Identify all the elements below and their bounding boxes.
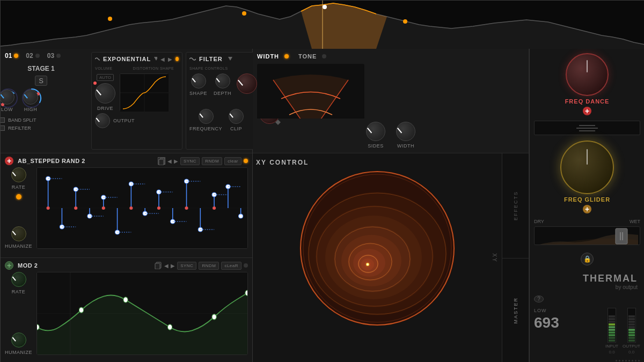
effects-tab[interactable]: EFFECTS	[502, 153, 529, 258]
svg-point-33	[46, 176, 50, 181]
width-toggle[interactable]: WIDTH	[257, 53, 279, 60]
mod1-rate-knob[interactable]	[11, 167, 26, 182]
eq-handle-1[interactable]	[108, 17, 112, 21]
stage-title: STAGE 1	[1, 65, 88, 72]
svg-point-41	[157, 190, 161, 194]
eq-slider-strip[interactable]	[534, 121, 640, 135]
shape-knob[interactable]	[191, 73, 206, 88]
mod2-rndm[interactable]: RNDM	[199, 262, 219, 270]
clip-knob[interactable]	[229, 109, 244, 124]
band-split-label: BAND SPLIT	[8, 117, 36, 123]
tone-led[interactable]	[322, 54, 326, 58]
output-label: OUTPUT	[113, 118, 135, 123]
svg-point-53	[185, 206, 188, 210]
svg-marker-12	[228, 57, 232, 61]
mod2-title: MOD 2	[18, 262, 38, 269]
tone-toggle[interactable]: TONE	[298, 53, 317, 60]
mod2-next[interactable]: ▶	[171, 263, 175, 269]
mod1-copy-icon[interactable]	[158, 157, 165, 165]
mod2-rate-label: RATE	[12, 289, 25, 294]
time-knob[interactable]	[237, 73, 257, 94]
depth-label: DEPTH	[214, 91, 231, 96]
freq-glider-label: FREQ GLIDER	[564, 196, 610, 203]
dist-shape-sub-label: DISTORTION SHAPE	[133, 67, 174, 70]
svg-point-52	[157, 206, 160, 210]
freq-dance-plus[interactable]: +	[583, 107, 591, 115]
mod1-humanize-knob[interactable]	[11, 226, 26, 241]
mod1-title: AB_STEPPED RAND 2	[18, 158, 85, 164]
exp-next-icon[interactable]: ▶	[168, 56, 172, 62]
input-meter	[608, 308, 616, 343]
depth-knob[interactable]	[215, 73, 230, 88]
svg-marker-8	[154, 57, 157, 61]
mod2-prev[interactable]: ◀	[164, 263, 169, 269]
eq-handle-2[interactable]	[242, 11, 246, 16]
input-level: 0.0	[609, 350, 615, 354]
mod2-rate-knob[interactable]	[11, 272, 26, 287]
svg-point-77	[167, 324, 172, 330]
drive-knob[interactable]	[95, 83, 115, 104]
stage-s-button[interactable]: S	[35, 76, 47, 86]
low-display-label: LOW	[534, 308, 559, 313]
shape-controls-label: SHAPE CONTROLS	[189, 67, 228, 70]
width-knob[interactable]	[396, 122, 415, 141]
width-led[interactable]	[284, 54, 289, 58]
info-button[interactable]: ?	[534, 295, 544, 302]
freq-glider-plus[interactable]: +	[583, 205, 591, 213]
mod1-sync[interactable]: SYNC	[180, 157, 200, 165]
svg-point-78	[212, 314, 216, 320]
lock-area: 🔒	[534, 250, 640, 268]
dry-wet-slider[interactable]	[534, 226, 640, 245]
stage-tab-2[interactable]: 02	[26, 52, 39, 60]
freq-dance-knob[interactable]	[566, 53, 609, 96]
output-knob[interactable]	[95, 113, 110, 128]
band-split-checkbox[interactable]	[1, 117, 5, 123]
high-knob-group: HIGH	[23, 90, 38, 112]
mod1-plus[interactable]: +	[5, 157, 13, 165]
stage-1-led[interactable]	[14, 54, 18, 58]
mod1-next[interactable]: ▶	[174, 158, 178, 164]
sides-knob[interactable]	[366, 122, 385, 141]
mod1-power-led[interactable]	[244, 159, 248, 163]
high-knob[interactable]	[23, 90, 38, 105]
mod1-clear[interactable]: clear	[224, 157, 241, 165]
mod1-humanize-label: HUMANIZE	[5, 243, 32, 249]
effects-label: EFFECTS	[513, 191, 518, 220]
mod2-plus[interactable]: +	[5, 261, 13, 270]
exp-prev-icon[interactable]: ◀	[160, 56, 165, 62]
refilter-checkbox[interactable]	[1, 125, 5, 131]
stage-tab-1[interactable]: 01	[5, 52, 18, 60]
xy-pad[interactable]	[299, 171, 455, 326]
mod2-power-led[interactable]	[244, 263, 248, 268]
svg-point-95	[367, 264, 369, 265]
exp-power-led[interactable]	[175, 57, 179, 61]
eq-handle-4[interactable]	[403, 19, 407, 24]
mod1-prev[interactable]: ◀	[167, 158, 172, 164]
mod2-humanize-knob[interactable]	[11, 333, 26, 348]
mod2-copy-icon[interactable]	[155, 262, 162, 269]
output-level: 0.0	[628, 350, 634, 354]
mod2-sync[interactable]: SYNC	[177, 262, 196, 270]
mod1-waveform[interactable]	[36, 167, 248, 249]
mod1-rate-label: RATE	[12, 184, 25, 190]
freq-dance-section: FREQ DANCE +	[565, 53, 610, 115]
frequency-knob[interactable]	[199, 109, 214, 124]
auto-button[interactable]: AUTO	[97, 74, 114, 81]
svg-point-50	[102, 206, 105, 210]
exp-dropdown-icon[interactable]	[154, 57, 157, 61]
mod2-waveform[interactable]	[36, 272, 248, 355]
master-tab[interactable]: MASTER	[502, 258, 529, 363]
mod1-rndm[interactable]: RNDM	[202, 157, 222, 165]
lock-button[interactable]: 🔒	[581, 253, 594, 265]
output-label: OUTPUT	[623, 344, 640, 349]
stage-tab-3[interactable]: 03	[47, 52, 61, 60]
mod2-clear[interactable]: cLeaR	[221, 262, 241, 270]
low-knob-group: LOW	[1, 90, 14, 112]
filter-dropdown-icon[interactable]	[228, 57, 232, 61]
freq-glider-knob[interactable]	[560, 141, 614, 194]
eq-handle-3[interactable]	[323, 5, 327, 9]
stage-3-led[interactable]	[56, 54, 61, 58]
svg-point-37	[101, 195, 106, 200]
refilter-row: REFILTER	[1, 125, 88, 131]
stage-2-led[interactable]	[35, 54, 40, 58]
